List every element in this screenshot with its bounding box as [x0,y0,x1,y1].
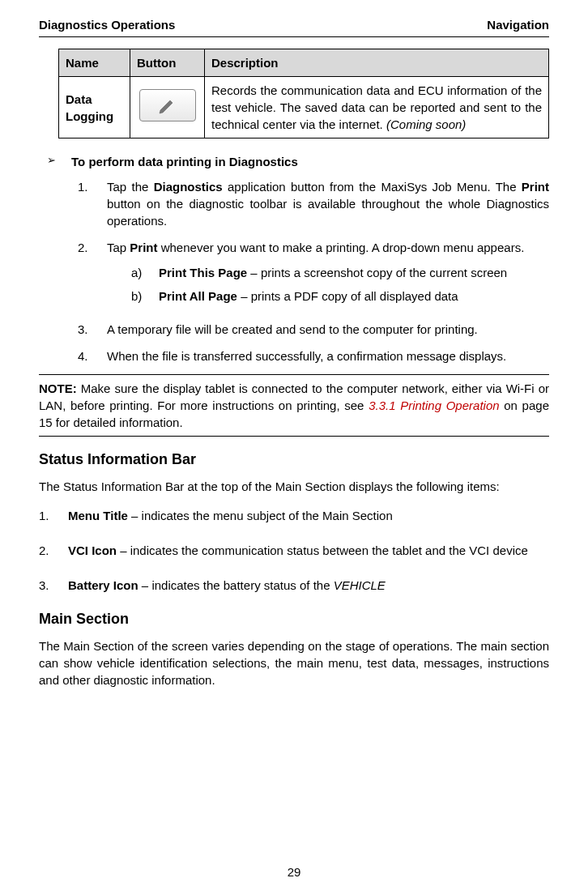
th-button: Button [130,49,205,77]
data-logging-button-icon [139,89,196,121]
header-right: Navigation [487,16,549,33]
procedure-steps: 1. Tap the Diagnostics application butto… [78,178,549,364]
list-item: 1. Menu Title – indicates the menu subje… [39,505,549,526]
list-item: 3. A temporary file will be created and … [78,321,549,338]
cell-description: Records the communication data and ECU i… [205,77,549,139]
main-section-heading: Main Section [39,609,549,629]
table-header-row: Name Button Description [59,49,549,77]
main-section-body: The Main Section of the screen varies de… [39,637,549,688]
cell-button [130,77,205,139]
th-name: Name [59,49,130,77]
th-description: Description [205,49,549,77]
list-item: b) Print All Page – prints a PDF copy of… [131,288,549,305]
table-row: Data Logging Records the communication d… [59,77,549,139]
bullet-arrow-icon: ➢ [47,153,71,168]
note-block: NOTE: Make sure the display tablet is co… [39,374,549,437]
header-left: Diagnostics Operations [39,16,175,33]
list-item: 1. Tap the Diagnostics application butto… [78,178,549,229]
page-number: 29 [0,863,588,880]
note-label: NOTE: [39,381,77,395]
printing-operation-link[interactable]: 3.3.1 Printing Operation [369,398,499,412]
procedure-heading: ➢ To perform data printing in Diagnostic… [47,153,549,170]
list-item: 2. Tap Print whenever you want to make a… [78,239,549,311]
list-item: 2. VCI Icon – indicates the communicatio… [39,539,549,561]
page-header: Diagnostics Operations Navigation [39,16,549,37]
list-item: 4. When the file is transferred successf… [78,347,549,364]
list-item: 3. Battery Icon – indicates the battery … [39,574,549,596]
cell-name: Data Logging [59,77,130,139]
list-item: a) Print This Page – prints a screenshot… [131,264,549,281]
status-info-list: 1. Menu Title – indicates the menu subje… [39,505,549,596]
data-logging-table: Name Button Description Data Logging Rec… [58,49,549,139]
pencil-icon [156,94,179,117]
sub-steps: a) Print This Page – prints a screenshot… [131,264,549,305]
procedure-title: To perform data printing in Diagnostics [71,153,298,170]
status-info-intro: The Status Information Bar at the top of… [39,478,549,495]
status-info-bar-heading: Status Information Bar [39,450,549,470]
